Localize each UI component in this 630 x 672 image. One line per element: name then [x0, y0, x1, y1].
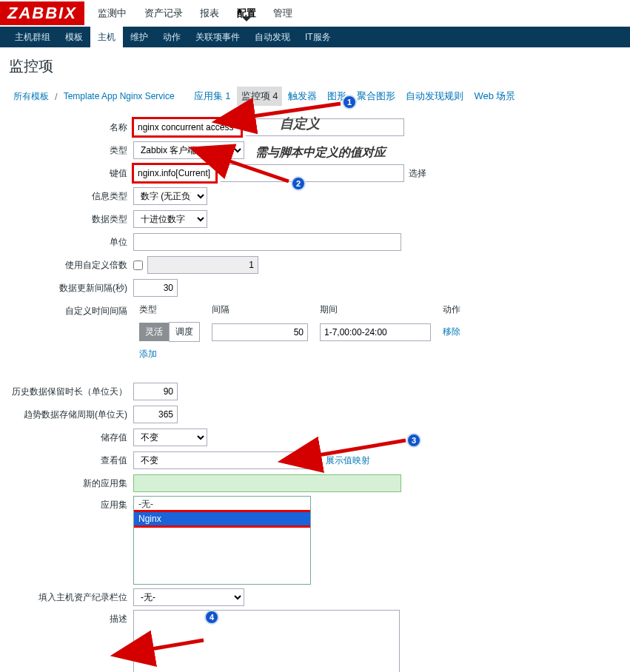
form: 名称 类型 Zabbix 客户端 键值 选择 信息类型 数字 (无正负) 数据类…: [0, 110, 630, 672]
tab-items[interactable]: 监控项 4: [237, 87, 283, 106]
flex-remove-link[interactable]: 移除: [443, 326, 460, 337]
lbl-app: 应用集: [9, 496, 133, 511]
valuemap-link[interactable]: 展示值映射: [326, 454, 370, 467]
lbl-valuemap: 查看值: [9, 454, 133, 467]
bluebar: 主机群组 模板 主机 维护 动作 关联项事件 自动发现 IT服务: [0, 27, 630, 47]
flex-type-flexible[interactable]: 灵活: [139, 323, 169, 341]
bluenav-item[interactable]: 关联项事件: [188, 27, 247, 47]
key-input[interactable]: [133, 164, 216, 182]
breadcrumb-all[interactable]: 所有模板: [9, 87, 53, 106]
infotype-select[interactable]: 数字 (无正负): [133, 187, 207, 205]
bluenav-item[interactable]: 维护: [123, 27, 155, 47]
unit-input[interactable]: [133, 233, 401, 251]
app-option-none[interactable]: -无-: [134, 497, 310, 512]
newapp-input[interactable]: [133, 474, 401, 492]
bluenav-item[interactable]: 主机群组: [7, 27, 58, 47]
multiplier-checkbox[interactable]: [133, 261, 143, 270]
topnav-item[interactable]: 报表: [192, 7, 227, 19]
lbl-type: 类型: [9, 144, 133, 157]
lbl-delta: 储存值: [9, 431, 133, 444]
inventory-select[interactable]: -无-: [133, 588, 244, 606]
multiplier-input: [147, 256, 258, 274]
tab-triggers[interactable]: 触发器: [284, 87, 321, 106]
lbl-unit: 单位: [9, 236, 133, 249]
lbl-history: 历史数据保留时长（单位天）: [9, 386, 133, 398]
lbl-infotype: 信息类型: [9, 190, 133, 203]
lbl-flexintervals: 自定义时间间隔: [9, 300, 133, 317]
topbar: ZABBIX 监测中 资产记录 报表 配置 管理: [0, 0, 630, 27]
name-input-ext[interactable]: [246, 118, 404, 136]
app-option-nginx[interactable]: Nginx: [134, 512, 310, 525]
lbl-name: 名称: [9, 121, 133, 134]
lbl-datatype: 数据类型: [9, 213, 133, 226]
lbl-multiplier: 使用自定义倍数: [9, 259, 133, 272]
bluenav-item[interactable]: 动作: [155, 27, 188, 47]
topnav-item-active[interactable]: 配置: [229, 7, 264, 19]
datatype-select[interactable]: 十进位数字: [133, 210, 207, 228]
name-input[interactable]: [133, 118, 241, 136]
interval-input[interactable]: [133, 279, 178, 297]
key-select-button[interactable]: 选择: [409, 167, 426, 180]
flex-type-scheduling[interactable]: 调度: [169, 322, 200, 342]
topnav: 监测中 资产记录 报表 配置 管理: [90, 7, 301, 20]
flex-add-link[interactable]: 添加: [139, 349, 157, 359]
breadcrumb-template[interactable]: Template App Nginx Service: [59, 88, 179, 104]
tab-discovery[interactable]: 自动发现规则: [401, 87, 468, 106]
type-select[interactable]: Zabbix 客户端: [133, 141, 244, 159]
lbl-interval: 数据更新间隔(秒): [9, 282, 133, 295]
valuemap-select[interactable]: 不变: [133, 451, 321, 469]
bluenav-item[interactable]: IT服务: [298, 27, 338, 47]
topnav-item[interactable]: 资产记录: [137, 7, 190, 19]
flex-period-input[interactable]: [320, 323, 431, 341]
delta-select[interactable]: 不变: [133, 429, 207, 446]
lbl-inventory: 填入主机资产纪录栏位: [9, 591, 133, 604]
flex-interval-input[interactable]: [212, 323, 308, 341]
lbl-newapp: 新的应用集: [9, 477, 133, 490]
page-title: 监控项: [0, 47, 630, 79]
trend-input[interactable]: [133, 406, 178, 423]
tab-screens[interactable]: 聚合图形: [352, 87, 400, 106]
flex-table: 类型间隔期间动作 灵活调度 移除 添加: [133, 300, 466, 363]
applications-listbox[interactable]: -无- Nginx: [133, 496, 311, 585]
lbl-desc: 描述: [9, 610, 133, 625]
topnav-item[interactable]: 管理: [266, 7, 300, 19]
history-input[interactable]: [133, 383, 178, 400]
bluenav-item-active[interactable]: 主机: [90, 27, 123, 47]
tab-apps[interactable]: 应用集 1: [190, 87, 235, 106]
tab-graphs[interactable]: 图形: [323, 87, 351, 106]
bluenav-item[interactable]: 模板: [58, 27, 90, 47]
bluenav-item[interactable]: 自动发现: [247, 27, 298, 47]
lbl-key: 键值: [9, 167, 133, 180]
tabs-row: 所有模板 / Template App Nginx Service 应用集 1 …: [0, 79, 630, 110]
tab-web[interactable]: Web 场景: [469, 87, 520, 106]
logo: ZABBIX: [0, 1, 84, 25]
key-input-ext[interactable]: [221, 164, 404, 182]
lbl-trend: 趋势数据存储周期(单位天): [9, 409, 133, 421]
description-textarea[interactable]: [133, 610, 400, 672]
topnav-item[interactable]: 监测中: [90, 7, 134, 19]
